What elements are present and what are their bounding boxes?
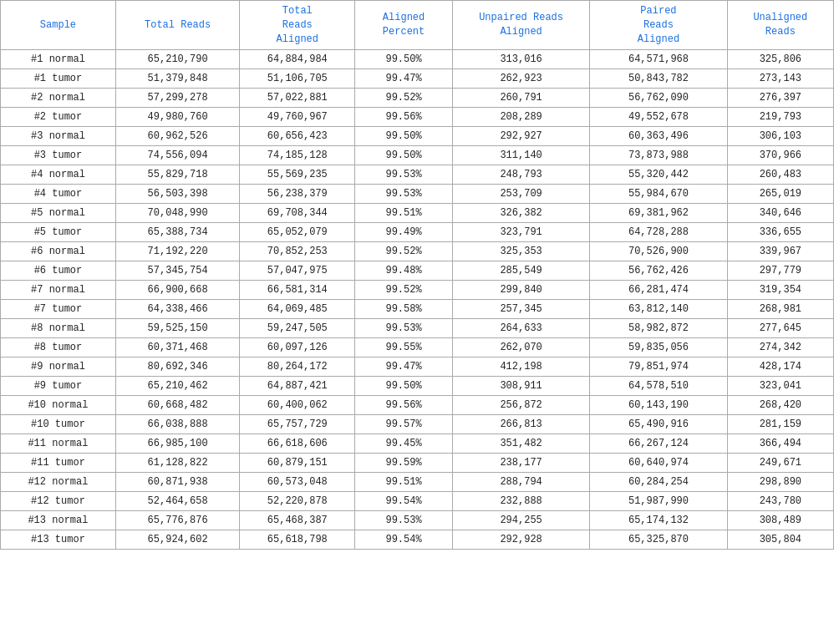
cell-total_reads_aligned: 64,887,421 bbox=[240, 377, 355, 396]
cell-paired_reads_aligned: 73,873,988 bbox=[590, 146, 727, 165]
cell-total_reads: 66,985,100 bbox=[115, 434, 239, 454]
table-row: #11 tumor61,128,82260,879,15199.59%238,1… bbox=[1, 454, 834, 473]
cell-aligned_percent: 99.53% bbox=[355, 319, 453, 338]
table-row: #10 tumor66,038,88865,757,72999.57%266,8… bbox=[1, 415, 834, 434]
cell-paired_reads_aligned: 63,812,140 bbox=[590, 300, 727, 319]
cell-unaligned_reads: 340,646 bbox=[727, 204, 833, 223]
cell-paired_reads_aligned: 69,381,962 bbox=[590, 204, 727, 223]
cell-total_reads: 65,924,602 bbox=[115, 530, 239, 550]
table-row: #9 normal80,692,34680,264,17299.47%412,1… bbox=[1, 357, 834, 377]
cell-paired_reads_aligned: 60,363,496 bbox=[590, 127, 727, 146]
cell-total_reads_aligned: 49,760,967 bbox=[240, 108, 355, 127]
cell-unpaired_reads_aligned: 323,791 bbox=[452, 223, 589, 242]
cell-aligned_percent: 99.56% bbox=[355, 108, 453, 127]
cell-unpaired_reads_aligned: 326,382 bbox=[452, 204, 589, 223]
table-row: #5 normal70,048,99069,708,34499.51%326,3… bbox=[1, 204, 834, 223]
cell-paired_reads_aligned: 56,762,090 bbox=[590, 89, 727, 108]
cell-unpaired_reads_aligned: 351,482 bbox=[452, 434, 589, 454]
cell-total_reads: 70,048,990 bbox=[115, 204, 239, 223]
cell-unaligned_reads: 276,397 bbox=[727, 89, 833, 108]
cell-total_reads_aligned: 51,106,705 bbox=[240, 69, 355, 89]
table-row: #6 tumor57,345,75457,047,97599.48%285,54… bbox=[1, 261, 834, 281]
cell-aligned_percent: 99.59% bbox=[355, 454, 453, 473]
cell-total_reads_aligned: 52,220,878 bbox=[240, 492, 355, 511]
cell-total_reads_aligned: 55,569,235 bbox=[240, 165, 355, 185]
cell-total_reads: 51,379,848 bbox=[115, 69, 239, 89]
cell-unaligned_reads: 298,890 bbox=[727, 473, 833, 492]
col-header-unpaired-reads-aligned: Unpaired Reads Aligned bbox=[452, 1, 589, 50]
cell-total_reads_aligned: 64,069,485 bbox=[240, 300, 355, 319]
cell-paired_reads_aligned: 65,325,870 bbox=[590, 530, 727, 550]
cell-sample: #3 normal bbox=[1, 127, 116, 146]
cell-sample: #11 tumor bbox=[1, 454, 116, 473]
cell-total_reads: 52,464,658 bbox=[115, 492, 239, 511]
cell-unaligned_reads: 268,981 bbox=[727, 300, 833, 319]
cell-aligned_percent: 99.47% bbox=[355, 357, 453, 377]
cell-sample: #10 tumor bbox=[1, 415, 116, 434]
cell-paired_reads_aligned: 64,578,510 bbox=[590, 377, 727, 396]
cell-paired_reads_aligned: 55,320,442 bbox=[590, 165, 727, 185]
cell-aligned_percent: 99.51% bbox=[355, 473, 453, 492]
cell-unaligned_reads: 319,354 bbox=[727, 281, 833, 300]
cell-total_reads_aligned: 80,264,172 bbox=[240, 357, 355, 377]
cell-paired_reads_aligned: 66,281,474 bbox=[590, 281, 727, 300]
cell-unpaired_reads_aligned: 262,923 bbox=[452, 69, 589, 89]
cell-unaligned_reads: 281,159 bbox=[727, 415, 833, 434]
cell-aligned_percent: 99.50% bbox=[355, 377, 453, 396]
cell-paired_reads_aligned: 60,284,254 bbox=[590, 473, 727, 492]
cell-paired_reads_aligned: 56,762,426 bbox=[590, 261, 727, 281]
cell-aligned_percent: 99.47% bbox=[355, 69, 453, 89]
cell-total_reads_aligned: 65,052,079 bbox=[240, 223, 355, 242]
cell-aligned_percent: 99.52% bbox=[355, 242, 453, 261]
cell-aligned_percent: 99.52% bbox=[355, 281, 453, 300]
data-table: Sample Total Reads Total Reads Aligned A… bbox=[0, 0, 834, 550]
cell-paired_reads_aligned: 59,835,056 bbox=[590, 338, 727, 357]
cell-sample: #1 normal bbox=[1, 50, 116, 69]
cell-total_reads: 59,525,150 bbox=[115, 319, 239, 338]
cell-total_reads: 49,980,760 bbox=[115, 108, 239, 127]
cell-total_reads_aligned: 60,573,048 bbox=[240, 473, 355, 492]
cell-total_reads_aligned: 64,884,984 bbox=[240, 50, 355, 69]
cell-unaligned_reads: 277,645 bbox=[727, 319, 833, 338]
table-row: #12 tumor52,464,65852,220,87899.54%232,8… bbox=[1, 492, 834, 511]
cell-aligned_percent: 99.52% bbox=[355, 89, 453, 108]
cell-total_reads_aligned: 69,708,344 bbox=[240, 204, 355, 223]
cell-aligned_percent: 99.55% bbox=[355, 338, 453, 357]
cell-aligned_percent: 99.57% bbox=[355, 415, 453, 434]
cell-total_reads_aligned: 57,047,975 bbox=[240, 261, 355, 281]
col-header-total-reads-aligned: Total Reads Aligned bbox=[240, 1, 355, 50]
cell-total_reads: 65,388,734 bbox=[115, 223, 239, 242]
cell-sample: #6 normal bbox=[1, 242, 116, 261]
cell-aligned_percent: 99.56% bbox=[355, 396, 453, 415]
cell-total_reads: 55,829,718 bbox=[115, 165, 239, 185]
cell-sample: #9 normal bbox=[1, 357, 116, 377]
cell-total_reads: 56,503,398 bbox=[115, 185, 239, 204]
col-header-sample: Sample bbox=[1, 1, 116, 50]
cell-unaligned_reads: 243,780 bbox=[727, 492, 833, 511]
table-row: #13 normal65,776,87665,468,38799.53%294,… bbox=[1, 511, 834, 530]
cell-total_reads: 71,192,220 bbox=[115, 242, 239, 261]
cell-total_reads: 64,338,466 bbox=[115, 300, 239, 319]
cell-paired_reads_aligned: 70,526,900 bbox=[590, 242, 727, 261]
cell-unaligned_reads: 339,967 bbox=[727, 242, 833, 261]
cell-paired_reads_aligned: 65,490,916 bbox=[590, 415, 727, 434]
table-row: #1 normal65,210,79064,884,98499.50%313,0… bbox=[1, 50, 834, 69]
cell-paired_reads_aligned: 79,851,974 bbox=[590, 357, 727, 377]
table-row: #4 tumor56,503,39856,238,37999.53%253,70… bbox=[1, 185, 834, 204]
table-row: #7 normal66,900,66866,581,31499.52%299,8… bbox=[1, 281, 834, 300]
col-header-paired-reads-aligned: Paired Reads Aligned bbox=[590, 1, 727, 50]
cell-aligned_percent: 99.51% bbox=[355, 204, 453, 223]
table-row: #11 normal66,985,10066,618,60699.45%351,… bbox=[1, 434, 834, 454]
col-header-total-reads: Total Reads bbox=[115, 1, 239, 50]
cell-paired_reads_aligned: 55,984,670 bbox=[590, 185, 727, 204]
table-row: #10 normal60,668,48260,400,06299.56%256,… bbox=[1, 396, 834, 415]
cell-unpaired_reads_aligned: 266,813 bbox=[452, 415, 589, 434]
table-row: #3 normal60,962,52660,656,42399.50%292,9… bbox=[1, 127, 834, 146]
cell-total_reads: 60,962,526 bbox=[115, 127, 239, 146]
cell-paired_reads_aligned: 49,552,678 bbox=[590, 108, 727, 127]
cell-aligned_percent: 99.50% bbox=[355, 127, 453, 146]
cell-unpaired_reads_aligned: 308,911 bbox=[452, 377, 589, 396]
cell-total_reads: 65,210,790 bbox=[115, 50, 239, 69]
table-row: #1 tumor51,379,84851,106,70599.47%262,92… bbox=[1, 69, 834, 89]
table-row: #7 tumor64,338,46664,069,48599.58%257,34… bbox=[1, 300, 834, 319]
